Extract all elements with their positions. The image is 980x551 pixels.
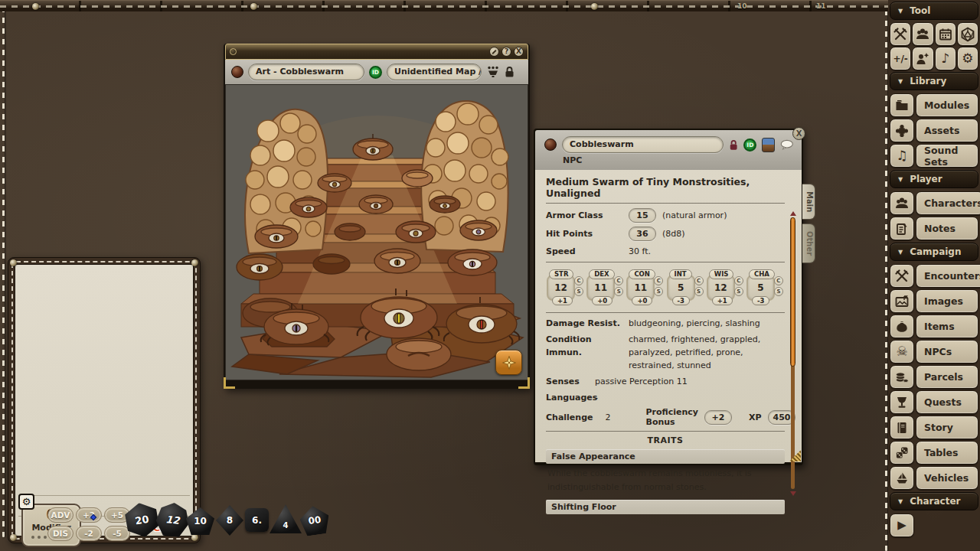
d8-die[interactable]: 8 [216,505,243,536]
proficiency-value[interactable]: +2 [704,410,732,425]
sidebar-item-label[interactable]: Tables [916,441,978,465]
assets-icon-button[interactable] [890,119,914,142]
d6-die[interactable]: 6. [245,508,269,532]
hotkey-bar[interactable]: 10 11 12 [0,0,980,11]
image-window[interactable]: ? X Art - Cobbleswarm ID Unidentified Ma… [224,44,530,389]
tool-party-button[interactable] [912,22,933,46]
trait-name-bar[interactable]: Shifting Floor [546,500,785,514]
id-badge[interactable]: ID [369,66,382,79]
sidebar-item-story[interactable]: Story [890,416,978,439]
scroll-down-arrow[interactable] [790,491,796,496]
npc-sheet-window[interactable]: Cobbleswarm ID NPC X Medium Swarm of Tin… [534,129,803,465]
sidebar-section-character[interactable]: ▼ Character [890,492,978,510]
npc-name-field[interactable]: Cobbleswarm [562,136,724,153]
check-roll-button[interactable]: C [654,276,663,285]
sidebar-item-characters[interactable]: Characters [890,191,978,215]
sidebar-item-label[interactable]: Encounters [916,264,980,288]
tool-options-button[interactable]: ⚙ [957,47,978,70]
dis-button[interactable]: DIS [47,526,74,541]
chat-window[interactable]: CHAT [8,257,201,543]
sidebar-item-label[interactable]: Characters [916,191,980,215]
sidebar-item-assets[interactable]: Assets [890,119,978,142]
sidebar-item-notes[interactable]: Notes [890,217,978,240]
id-badge[interactable]: ID [743,139,756,152]
sidebar-item-label[interactable]: Quests [916,390,978,414]
record-sphere-button[interactable] [544,139,557,151]
sidebar-item-vehicles[interactable]: Vehicles [890,466,978,490]
sidebar-item-items[interactable]: Items [890,315,978,338]
sidebar-section-player[interactable]: ▼ Player [890,170,978,188]
sidebar-item-label[interactable]: NPCs [916,340,978,364]
quests-icon-button[interactable] [890,390,914,414]
tool-dice-tower-button[interactable] [957,22,978,46]
sidebar-item-label[interactable]: Items [916,315,978,338]
sidebar-item-tables[interactable]: Tables [890,441,978,465]
image-window-titlebar[interactable]: ? X [225,44,528,60]
tab-main[interactable]: Main [802,184,815,220]
scroll-up-arrow[interactable] [790,211,796,216]
adv-button[interactable]: ADV [47,507,74,523]
npc-portrait-thumbnail[interactable] [762,138,775,152]
window-handle-dot[interactable] [230,48,237,55]
play-button[interactable]: ▶ [890,514,914,537]
pin-button[interactable] [489,47,499,57]
ability-modifier[interactable]: +0 [632,296,652,305]
save-roll-button[interactable]: S [694,287,704,296]
sidebar-item-label[interactable]: Notes [916,217,978,240]
sidebar-item-parcels[interactable]: Parcels [890,365,978,389]
check-roll-button[interactable]: C [734,276,743,285]
chat-log[interactable]: CHAT [15,264,194,536]
lock-icon[interactable] [505,66,514,78]
sidebar-item-encounters[interactable]: Encounters [890,264,978,288]
tool-pregen-characters-button[interactable] [912,47,933,70]
sidebar-item-modules[interactable]: Modules [890,93,978,117]
plus2-button[interactable]: +2 [76,507,102,523]
image-viewport[interactable] [225,84,528,380]
check-roll-button[interactable]: C [574,276,583,285]
save-roll-button[interactable]: S [614,287,623,296]
sidebar-item-label[interactable]: Parcels [916,365,978,389]
sidebar-item-label[interactable]: Vehicles [916,466,978,490]
sound-sets-icon-button[interactable]: ♫ [890,144,914,168]
items-icon-button[interactable] [890,315,914,338]
ability-modifier[interactable]: +1 [552,296,573,305]
ability-modifier[interactable]: -3 [672,296,690,305]
sidebar-item-label[interactable]: Story [916,416,978,439]
vehicles-icon-button[interactable] [890,466,914,490]
check-roll-button[interactable]: C [774,276,783,285]
close-button[interactable]: X [514,47,524,57]
sidebar-item-label[interactable]: Assets [916,119,978,142]
scrollbar-thumb[interactable] [790,217,795,367]
image-zoom-controls-button[interactable] [495,350,522,375]
sidebar-item-label[interactable]: Sound Sets [916,144,978,168]
tool-modifiers-button[interactable]: +/- [890,47,911,70]
npcs-icon-button[interactable]: ☠ [890,340,914,364]
sidebar-item-label[interactable]: Modules [916,93,978,117]
story-icon-button[interactable] [890,416,914,439]
d100-die[interactable]: 00 [299,504,332,537]
trait-name-bar[interactable]: False Appearance [546,449,785,464]
encounters-icon-button[interactable] [890,264,914,288]
image-name-field[interactable]: Art - Cobbleswarm [248,64,364,80]
tool-soundboard-button[interactable]: ♪ [935,47,956,70]
d4-die[interactable]: 4 [270,504,302,533]
save-roll-button[interactable]: S [774,287,783,296]
characters-icon-button[interactable] [890,191,914,215]
help-button[interactable]: ? [501,47,511,57]
save-roll-button[interactable]: S [654,287,663,296]
save-roll-button[interactable]: S [574,287,583,296]
tool-calendar-button[interactable] [935,22,956,46]
tab-other[interactable]: Other [802,223,815,263]
save-roll-button[interactable]: S [734,287,743,296]
npc-window-header[interactable]: Cobbleswarm ID NPC X [535,130,802,170]
sidebar-item-label[interactable]: Images [916,289,978,313]
record-sphere-button[interactable] [231,66,243,78]
tables-icon-button[interactable] [890,441,914,465]
sidebar-item-images[interactable]: Images [890,289,978,313]
sidebar-item-character-launcher[interactable]: ▶ [890,514,978,537]
ability-modifier[interactable]: +1 [712,296,733,305]
armor-class-value[interactable]: 15 [629,208,656,223]
sidebar-item-quests[interactable]: Quests [890,390,978,414]
player-visible-name-field[interactable]: Unidentified Map / Ima [387,64,482,80]
sidebar-item-sound-sets[interactable]: ♫ Sound Sets [890,144,978,168]
